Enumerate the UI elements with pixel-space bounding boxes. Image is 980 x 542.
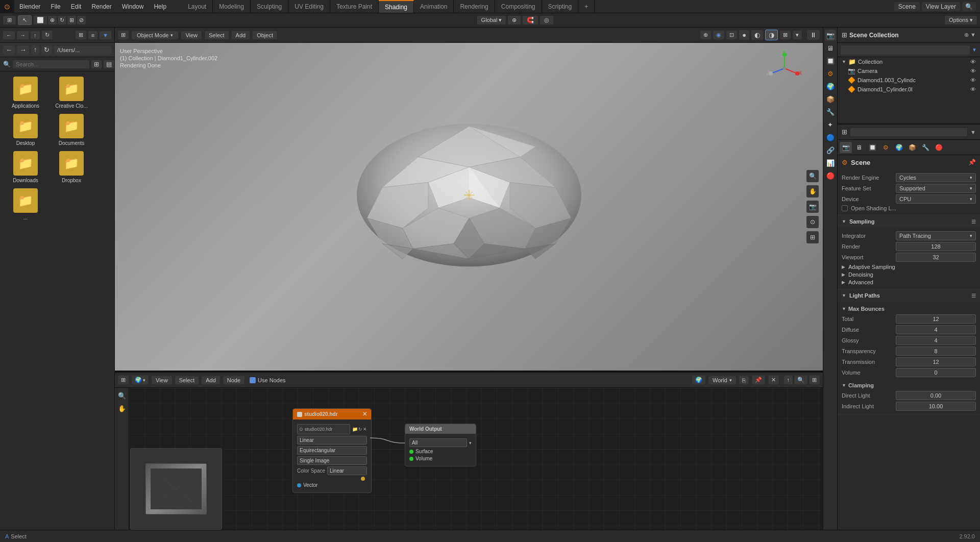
shading-dropdown[interactable]: ▾: [793, 31, 802, 39]
integrator-dropdown[interactable]: Path Tracing ▾: [896, 231, 976, 240]
select-box-tool[interactable]: ⬜: [34, 16, 47, 24]
tool-selector[interactable]: ↖: [18, 15, 32, 25]
modifier-properties-icon[interactable]: 🔧: [825, 106, 836, 117]
overlay-toggle[interactable]: ◉: [713, 31, 724, 39]
xray-toggle[interactable]: ⊡: [726, 31, 737, 39]
select-menu-btn[interactable]: Select: [205, 31, 229, 39]
menu-edit[interactable]: Edit: [66, 0, 87, 13]
folder-desktop[interactable]: 📁 Desktop: [5, 114, 46, 146]
glossy-value[interactable]: 4: [896, 336, 976, 345]
physics-icon[interactable]: 🔵: [825, 132, 836, 143]
mode-dropdown[interactable]: Object Mode ▾: [132, 31, 178, 39]
env-linear-field[interactable]: Linear: [297, 436, 367, 445]
snap-toggle[interactable]: 🧲: [523, 16, 538, 24]
outliner-filter-icon[interactable]: ▼: [972, 47, 977, 53]
scene-pin-icon[interactable]: 📌: [968, 159, 976, 166]
tab-shading[interactable]: Shading: [379, 0, 414, 13]
indirect-light-value[interactable]: 10.00: [896, 402, 976, 411]
props-type-icon[interactable]: ⊞: [842, 128, 847, 136]
folder-creative-cloud[interactable]: 📁 Creative Clo...: [51, 77, 92, 109]
light-paths-menu[interactable]: ☰: [971, 293, 976, 299]
eye-icon[interactable]: 👁: [970, 77, 976, 83]
file-icon[interactable]: 📁: [352, 427, 358, 432]
clamping-header[interactable]: ▼ Clamping: [842, 380, 976, 389]
nav-zoom-icon[interactable]: 🔍: [794, 376, 807, 384]
render-properties-icon[interactable]: 📷: [825, 30, 836, 41]
camera-view-icon[interactable]: 📷: [806, 201, 819, 213]
object-menu-btn[interactable]: Object: [253, 31, 277, 39]
nav-next-btn[interactable]: →: [17, 45, 29, 54]
folder-dropbox[interactable]: 📁 Dropbox: [51, 151, 92, 183]
render-engine-dropdown[interactable]: Cycles ▾: [896, 173, 976, 182]
rotate-tool[interactable]: ↻: [58, 16, 66, 24]
tab-rendering[interactable]: Rendering: [454, 0, 495, 13]
current-path[interactable]: /Users/...: [54, 46, 111, 54]
constraints-icon[interactable]: 🔗: [825, 144, 836, 156]
menu-file[interactable]: File: [45, 0, 65, 13]
direct-light-value[interactable]: 0.00: [896, 391, 976, 400]
use-nodes-checkbox[interactable]: [250, 377, 256, 383]
tab-scripting[interactable]: Scripting: [542, 0, 579, 13]
view-mode-toggle[interactable]: ▤: [104, 60, 114, 68]
outliner-item-diamond2[interactable]: 🔶 Diamond1_Cylinder.0l 👁: [838, 85, 980, 94]
volume-value[interactable]: 0: [896, 368, 976, 377]
object-properties-icon[interactable]: 📦: [825, 93, 836, 105]
outliner-filter[interactable]: ▼: [970, 32, 976, 38]
feature-set-dropdown[interactable]: Supported ▾: [896, 184, 976, 193]
pivot-point[interactable]: ⊕: [508, 16, 521, 24]
env-equirect-field[interactable]: Equirectangular: [297, 446, 367, 455]
diffuse-value[interactable]: 4: [896, 325, 976, 334]
editor-type-btn[interactable]: ⊞: [118, 376, 129, 384]
scene-tab-icon[interactable]: ⚙: [879, 142, 892, 153]
menu-blender[interactable]: Blender: [14, 0, 45, 13]
close-icon[interactable]: ✕: [363, 427, 367, 432]
outliner-item-collection[interactable]: ▼ 📁 Collection 👁: [838, 57, 980, 66]
tab-animation[interactable]: Animation: [414, 0, 454, 13]
scale-tool[interactable]: ⊞: [67, 16, 76, 24]
filter-icon[interactable]: ⊞: [91, 60, 102, 68]
transform-gizmo[interactable]: ⊘: [77, 16, 86, 24]
nav-up-btn[interactable]: ↑: [31, 31, 40, 39]
clone-btn[interactable]: ⎘: [739, 376, 749, 384]
outliner-search[interactable]: [841, 45, 970, 55]
menu-window[interactable]: Window: [117, 0, 149, 13]
eye-icon[interactable]: 👁: [970, 68, 976, 74]
material-properties-icon[interactable]: 🔴: [825, 170, 836, 181]
transmission-value[interactable]: 12: [896, 357, 976, 366]
tab-layout[interactable]: Layout: [182, 0, 213, 13]
pin-btn[interactable]: 📌: [752, 376, 765, 384]
world-dropdown[interactable]: World ▾: [708, 376, 736, 384]
tab-compositing[interactable]: Compositing: [495, 0, 542, 13]
nav-parent-btn[interactable]: ↑: [31, 45, 40, 54]
output-tab-icon[interactable]: 🖥: [853, 142, 865, 153]
material-shading[interactable]: ◐: [751, 30, 763, 40]
world-all-field[interactable]: All: [409, 438, 467, 447]
sampling-header[interactable]: ▼ Sampling ☰: [838, 215, 980, 228]
sort-btn[interactable]: ≡: [88, 31, 97, 39]
env-colorspace-field[interactable]: Linear: [327, 466, 367, 475]
scene-properties-icon[interactable]: ⚙: [825, 68, 836, 79]
gizmo-toggle[interactable]: ⊕: [700, 31, 711, 39]
view-btn[interactable]: View: [152, 376, 172, 384]
folder-downloads[interactable]: 📁 Downloads: [5, 151, 46, 183]
transparency-value[interactable]: 8: [896, 347, 976, 356]
ortho-view-icon[interactable]: ⊙: [806, 216, 819, 228]
eye-icon[interactable]: 👁: [970, 86, 976, 92]
device-dropdown[interactable]: CPU ▾: [896, 194, 976, 204]
search-input[interactable]: [13, 60, 89, 68]
pause-btn[interactable]: ⏸: [807, 30, 820, 40]
nav-reload-btn[interactable]: ↻: [41, 45, 52, 54]
add-menu-btn[interactable]: Add: [232, 31, 250, 39]
render-value[interactable]: 128: [896, 242, 976, 251]
menu-help[interactable]: Help: [149, 0, 172, 13]
node-btn[interactable]: Node: [223, 376, 244, 384]
outliner-item-diamond1[interactable]: 🔶 Diamond1.003_Cylindc 👁: [838, 76, 980, 85]
pan-icon[interactable]: ✋: [806, 185, 819, 198]
options-btn[interactable]: Options ▾: [945, 16, 977, 24]
search-icon[interactable]: 🔍: [962, 2, 976, 11]
transform-space[interactable]: Global ▾: [477, 16, 506, 24]
shader-view-btn[interactable]: 🌍 ▾: [132, 376, 149, 384]
select-btn[interactable]: Select: [175, 376, 199, 384]
menu-render[interactable]: Render: [86, 0, 116, 13]
sampling-menu[interactable]: ☰: [971, 219, 976, 225]
